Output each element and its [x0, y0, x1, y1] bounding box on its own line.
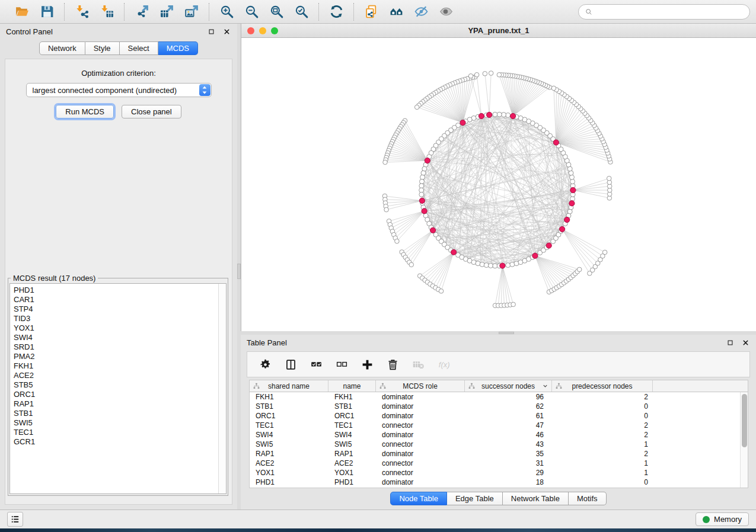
zoom-out-button[interactable] — [240, 2, 263, 21]
import-network-button[interactable] — [71, 2, 93, 21]
mcds-result-item[interactable]: YOX1 — [14, 323, 226, 333]
table-cell[interactable]: 1 — [552, 468, 653, 477]
table-cell[interactable]: 62 — [465, 402, 552, 411]
show-columns-button[interactable] — [282, 356, 299, 373]
table-row[interactable]: ACE2ACE2connector311 — [250, 459, 740, 468]
mcds-result-item[interactable]: RAP1 — [14, 399, 226, 409]
table-panel-float-button[interactable] — [725, 338, 735, 347]
table-cell[interactable]: dominator — [376, 392, 465, 402]
vertical-splitter[interactable] — [237, 24, 241, 509]
table-cell[interactable]: 31 — [465, 459, 552, 468]
mcds-result-item[interactable]: SWI5 — [14, 418, 226, 428]
export-network-button[interactable] — [130, 2, 153, 21]
table-cell[interactable]: 96 — [465, 392, 552, 402]
open-session-button[interactable] — [11, 2, 33, 21]
tab-mcds[interactable]: MCDS — [158, 41, 198, 55]
result-list-scrollbar[interactable] — [218, 284, 226, 493]
table-cell[interactable]: YOX1 — [250, 468, 328, 477]
tab-network[interactable]: Network — [39, 41, 85, 55]
tab-style[interactable]: Style — [85, 41, 120, 55]
table-cell[interactable]: 2 — [552, 421, 653, 430]
table-cell[interactable]: SWI4 — [328, 430, 376, 440]
table-cell[interactable]: 0 — [552, 477, 653, 487]
optimization-criterion-select[interactable]: largest connected component (undirected) — [26, 83, 212, 97]
table-cell[interactable]: 47 — [465, 421, 552, 430]
table-cell[interactable]: 2 — [552, 430, 653, 440]
mcds-result-item[interactable]: STB1 — [14, 409, 226, 418]
mcds-result-item[interactable]: PMA2 — [14, 352, 226, 361]
table-row[interactable]: RAP1RAP1dominator352 — [250, 449, 740, 459]
table-cell[interactable]: FKH1 — [250, 392, 328, 402]
mcds-result-item[interactable]: GCR1 — [14, 437, 226, 447]
tab-node-table[interactable]: Node Table — [390, 492, 447, 505]
run-mcds-button[interactable]: Run MCDS — [56, 105, 114, 118]
column-header-predecessor-nodes[interactable]: predecessor nodes — [552, 380, 653, 392]
table-cell[interactable]: PHD1 — [250, 477, 328, 487]
table-cell[interactable]: connector — [376, 459, 465, 468]
table-cell[interactable]: connector — [376, 468, 465, 477]
network-canvas[interactable] — [241, 38, 756, 331]
table-cell[interactable]: ACE2 — [328, 459, 376, 468]
table-row[interactable]: SWI4SWI4dominator462 — [250, 430, 740, 440]
mcds-result-item[interactable]: FKH1 — [14, 361, 226, 371]
table-cell[interactable]: STB1 — [250, 402, 328, 411]
splitter-grip[interactable] — [237, 264, 241, 279]
table-cell[interactable]: dominator — [376, 430, 465, 440]
table-row[interactable]: FKH1FKH1dominator962 — [250, 392, 740, 402]
table-cell[interactable]: ACE2 — [250, 459, 328, 468]
table-scrollbar[interactable] — [740, 392, 748, 488]
table-cell[interactable]: 1 — [552, 440, 653, 449]
table-cell[interactable]: SWI5 — [250, 440, 328, 449]
table-options-button[interactable] — [257, 356, 273, 373]
table-cell[interactable]: RAP1 — [250, 449, 328, 459]
mcds-result-item[interactable]: SRD1 — [14, 342, 226, 352]
scrollbar-thumb[interactable] — [742, 394, 747, 447]
delete-columns-button[interactable] — [384, 356, 401, 373]
table-cell[interactable]: RAP1 — [328, 449, 376, 459]
table-cell[interactable]: 0 — [552, 411, 653, 421]
table-cell[interactable]: connector — [376, 440, 465, 449]
table-cell[interactable]: 29 — [465, 468, 552, 477]
search-input[interactable] — [596, 7, 744, 17]
mcds-result-item[interactable]: ORC1 — [14, 390, 226, 399]
deselect-all-button[interactable] — [333, 356, 350, 373]
table-cell[interactable]: SWI5 — [328, 440, 376, 449]
table-row[interactable]: PHD1PHD1dominator180 — [250, 477, 740, 487]
table-cell[interactable]: dominator — [376, 402, 465, 411]
table-cell[interactable]: SWI4 — [250, 430, 328, 440]
zoom-in-button[interactable] — [215, 2, 238, 21]
mcds-result-item[interactable]: STB5 — [14, 380, 226, 390]
table-row[interactable]: ORC1ORC1dominator610 — [250, 411, 740, 421]
tab-network-table[interactable]: Network Table — [503, 492, 569, 505]
mcds-result-item[interactable]: TID3 — [14, 314, 226, 323]
table-cell[interactable]: PHD1 — [328, 477, 376, 487]
network-graph[interactable] — [241, 38, 756, 331]
mcds-result-item[interactable]: STP4 — [14, 305, 226, 314]
search-box[interactable] — [578, 4, 750, 20]
mcds-result-item[interactable]: TEC1 — [14, 428, 226, 437]
table-cell[interactable]: YOX1 — [328, 468, 376, 477]
table-row[interactable]: SWI5SWI5connector431 — [250, 440, 740, 449]
table-cell[interactable]: 2 — [552, 392, 653, 402]
tab-edge-table[interactable]: Edge Table — [447, 492, 503, 505]
zoom-selected-button[interactable] — [290, 2, 312, 21]
column-header-successor-nodes[interactable]: successor nodes — [465, 380, 552, 392]
column-header-name[interactable]: name — [328, 380, 376, 392]
table-cell[interactable]: 1 — [552, 459, 653, 468]
table-cell[interactable]: 2 — [552, 449, 653, 459]
splitter-grip[interactable] — [499, 332, 514, 334]
table-cell[interactable]: 61 — [465, 411, 552, 421]
create-column-button[interactable] — [359, 356, 375, 373]
network-from-selection-button[interactable] — [360, 2, 382, 21]
zoom-fit-button[interactable] — [265, 2, 288, 21]
horizontal-splitter[interactable] — [241, 331, 756, 335]
table-row[interactable]: STB1STB1dominator620 — [250, 402, 740, 411]
table-cell[interactable]: 35 — [465, 449, 552, 459]
table-cell[interactable]: dominator — [376, 477, 465, 487]
table-cell[interactable]: 43 — [465, 440, 552, 449]
table-row[interactable]: YOX1YOX1connector291 — [250, 468, 740, 477]
tab-motifs[interactable]: Motifs — [569, 492, 607, 505]
table-cell[interactable]: TEC1 — [250, 421, 328, 430]
table-cell[interactable]: STB1 — [328, 402, 376, 411]
select-all-button[interactable] — [308, 356, 324, 373]
